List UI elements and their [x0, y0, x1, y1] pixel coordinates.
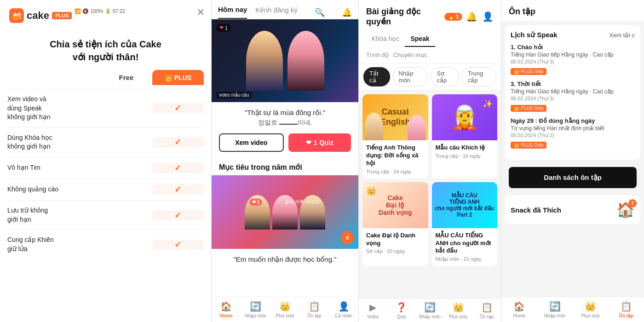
chip-basic[interactable]: Sơ cấp [431, 67, 459, 86]
profile-icon[interactable]: 👤 [482, 11, 494, 22]
plus-badge-logo: PLUS [52, 12, 72, 19]
search-icon[interactable]: 🔍 [315, 7, 325, 17]
checkmark-icon: ✓ [174, 104, 181, 113]
filter-trinhdo[interactable]: Trình độ [366, 52, 389, 58]
nav-plus[interactable]: 👑 Plus only [270, 301, 300, 318]
history-item-number: 3. Thời tiết [511, 80, 635, 87]
history-item-number: Ngày 29 : Đồ dùng hằng ngày [511, 117, 635, 124]
nav-review-3[interactable]: 📋 Ôn tập [472, 302, 501, 319]
history-item-number: 1. Chào hỏi [511, 44, 635, 51]
history-title: Lịch sử Speak [511, 31, 558, 39]
card-subtitle: Trung cấp · 24 ngày [366, 169, 425, 175]
cake-card-text: CakeĐại lộDanh vọng [379, 194, 412, 216]
row-text: Lưu trữ khônggiới hạn [7, 206, 100, 224]
close-button[interactable]: ✕ [196, 6, 205, 18]
tab-speak[interactable]: Speak [405, 31, 435, 47]
history-item-date: 05.02.2024 (Thứ 2) [511, 132, 635, 138]
see-all-button[interactable]: Xem tất c [609, 32, 635, 39]
person-figure [246, 31, 283, 91]
bell-icon[interactable]: 🔔 [342, 7, 352, 17]
home-icon-4: 🏠 [513, 301, 525, 312]
plus-cell: ✓ [152, 210, 204, 220]
lesson-cards-content: CasualEnglish Tiếng Anh Thông dụng: Đời … [359, 91, 501, 299]
card-image-english: MẪU CÂUTIẾNG ANHcho người mới bắt đầuPar… [432, 182, 498, 228]
history-item: 3. Thời tiết Tiếng Hàn Giao tiếp Hằng ng… [511, 80, 635, 112]
exclusive-title-row: Bài giảng độc quyền 🔥 1 🔔 👤 [366, 6, 494, 27]
nav-quiz[interactable]: ❓ Quiz [387, 302, 416, 319]
nav-review-label-4: Ôn tập [619, 313, 633, 318]
plus-only-badge: 👑 PLUS Only [511, 68, 546, 75]
plus-cell: ✓ [152, 163, 204, 173]
row-text: Vô hạn Tim [7, 163, 100, 172]
quiz-count: 1 [314, 139, 317, 146]
tab-today[interactable]: Hôm nay [218, 6, 247, 19]
bottom-navigation: 🏠 Home 🔄 Nhập môn 👑 Plus only 📋 Ôn tập 👤… [212, 297, 358, 322]
card-title: Mẫu câu Khích lệ [436, 144, 494, 152]
heart-icon: ❤ [306, 139, 311, 146]
chips-row: Tất cả Nhập môn Sơ cấp Trung cấp [359, 63, 501, 91]
nav-home[interactable]: 🏠 Home [212, 301, 241, 318]
nav-home-label-4: Home [513, 313, 525, 318]
nav-video[interactable]: ▶ Video [359, 302, 387, 319]
lesson-card-casual[interactable]: CasualEnglish Tiếng Anh Thông dụng: Đời … [362, 94, 428, 178]
card-body: Tiếng Anh Thông dụng: Đời sống xã hội Tr… [362, 140, 428, 178]
nav-intro-label-4: Nhập môn [544, 313, 566, 318]
nav-home-4[interactable]: 🏠 Home [501, 301, 537, 318]
counter-badge: 0 [341, 231, 354, 244]
goals-video-card[interactable]: ❤ 1 같이 계획 세워요! 0 [212, 175, 358, 249]
table-row: Lưu trữ khônggiới hạn ✓ [7, 200, 204, 230]
nav-review[interactable]: 📋 Ôn tập [299, 301, 329, 318]
plus-icon: 👑 [279, 301, 291, 312]
chip-all[interactable]: Tất cả [363, 67, 390, 86]
review-icon-4: 📋 [621, 301, 632, 312]
feed-content: ❤ 1 video mẫu câu "Thật sự là mùa đông r… [212, 19, 358, 297]
nav-intro-4[interactable]: 🔄 Nhập môn [537, 301, 573, 318]
card-subtitle: Nhập môn · 15 ngày [436, 256, 494, 262]
person-figure [288, 31, 324, 91]
filter-chuyenmuc[interactable]: Chuyên mục [393, 52, 427, 58]
tab-course[interactable]: Khóa học [366, 31, 405, 47]
snack-count-badge: 7 [628, 199, 637, 207]
bell-icon[interactable]: 🔔 [466, 11, 477, 22]
nav-profile-label: Cá nhân [335, 313, 352, 318]
sparkle-icon: ✨ [483, 99, 493, 109]
model-character-icon: 🧝 [450, 104, 479, 131]
header-plus: 👑 PLUS [152, 70, 204, 85]
video-label: video mẫu câu [216, 92, 252, 98]
nav-video-label: Video [367, 314, 379, 319]
second-video-caption: "Em muốn nhận được học bổng." [212, 249, 358, 272]
featured-video-card[interactable]: ❤ 1 video mẫu câu [212, 19, 358, 102]
nav-intro-3[interactable]: 🔄 Nhập môn [416, 302, 444, 319]
lesson-cards-row: CasualEnglish Tiếng Anh Thông dụng: Đời … [362, 94, 497, 178]
checkmark-icon: ✓ [174, 240, 181, 249]
review-list-button[interactable]: Danh sách ôn tập [509, 167, 637, 188]
tab-subscriptions[interactable]: Kênh đăng ký [255, 6, 298, 18]
crown-icon-small: 👑 [514, 143, 519, 148]
lesson-card-cake[interactable]: CakeĐại lộDanh vọng 👑 Cake Đại lộ Danh v… [362, 182, 428, 266]
snack-title: Snack đã Thích [511, 206, 561, 214]
nav-plus-3[interactable]: 👑 Plus only [444, 302, 472, 319]
video-actions: Xem video ❤ 1 Quiz [212, 133, 358, 158]
nav-plus-4[interactable]: 👑 Plus only [573, 301, 609, 318]
watch-button[interactable]: Xem video [219, 133, 284, 152]
lesson-card-model[interactable]: 🧝 ✨ Mẫu câu Khích lệ Trung cấp · 10 ngày [432, 94, 498, 178]
history-item-course: Từ vựng tiếng Hàn nhất định phải biết [511, 125, 635, 132]
chip-intro[interactable]: Nhập môn [393, 67, 428, 86]
row-text: Không quảng cáo [7, 185, 100, 194]
card-title: MẪU CÂU TIẾNG ANH cho người mới bắt đầu [436, 232, 494, 255]
nav-profile[interactable]: 👤 Cá nhân [329, 301, 358, 318]
review-icon-3: 📋 [481, 302, 493, 313]
chip-intermediate[interactable]: Trung cấp [462, 67, 496, 86]
header-icons: 🔔 👤 [466, 11, 494, 22]
exclusive-title: Bài giảng độc quyền [366, 6, 441, 27]
panel-feed: Hôm nay Kênh đăng ký 🔍 🔔 ❤ 1 video mẫu c… [212, 0, 359, 322]
quiz-button[interactable]: ❤ 1 Quiz [288, 133, 351, 152]
table-row: Xem video vàdùng Speakkhông giới hạn ✓ [7, 89, 204, 127]
plus-only-badge: 👑 PLUS Only [511, 142, 546, 149]
row-text: Cung cấp Khiêngiữ lửa [7, 236, 100, 253]
nav-intro[interactable]: 🔄 Nhập môn [241, 301, 270, 318]
lesson-card-english[interactable]: MẪU CÂUTIẾNG ANHcho người mới bắt đầuPar… [432, 182, 498, 266]
checkmark-icon: ✓ [174, 185, 181, 194]
nav-review-4[interactable]: 📋 Ôn tập [609, 301, 644, 318]
panel4-bottom-nav: 🏠 Home 🔄 Nhập môn 👑 Plus only 📋 Ôn tập [501, 297, 644, 322]
